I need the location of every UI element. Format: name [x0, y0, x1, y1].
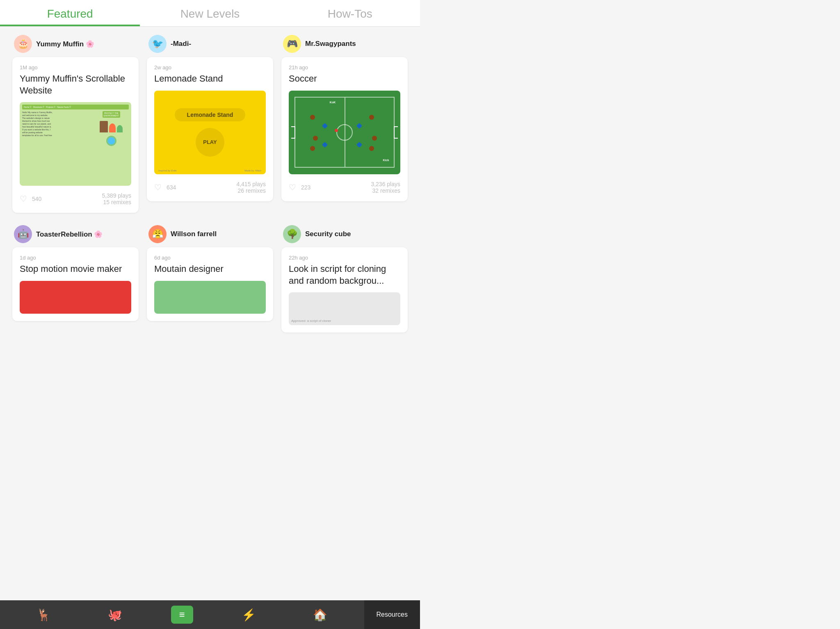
card-preview-security[interactable]: Approved: a script of cloner [289, 292, 400, 325]
card-footer-soccer: ♡ 223 3,236 plays 32 remixes [289, 181, 400, 194]
cards-row-1: 🎂 Yummy Muffin 🌸 1M ago Yummy Muffin's S… [12, 35, 408, 213]
card-title-madi: Lemonade Stand [154, 73, 266, 85]
tabs-bar: Featured New Levels How-Tos [0, 0, 420, 27]
author-name-willson: Willson farrell [171, 230, 217, 238]
cards-row-2: 🤖 ToasterRebellion 🌸 1d ago Stop motion … [12, 225, 408, 333]
plays-madi: 4,415 plays [236, 181, 266, 187]
author-security: 🌳 Security cube [281, 225, 408, 243]
author-swagypants: 🎮 Mr.Swagypants [281, 35, 408, 53]
avatar-madi: 🐦 [148, 35, 167, 53]
heart-icon-yummy[interactable]: ♡ [20, 194, 30, 204]
lemonade-footer: Inspired by Etale Made by -Madi- [154, 169, 266, 172]
plays-soccer: 3,236 plays [371, 181, 400, 187]
avatar-security: 🌳 [283, 225, 301, 243]
card-title-yummy: Yummy Muffin's Scrollable Website [20, 73, 131, 96]
card-section-willson: 😤 Willson farrell 6d ago Moutain designe… [147, 225, 273, 333]
remixes-yummy: 15 remixes [102, 199, 131, 205]
likes-soccer[interactable]: ♡ 223 [289, 182, 310, 192]
tab-featured[interactable]: Featured [0, 0, 140, 26]
card-soccer[interactable]: 21h ago Soccer [281, 57, 408, 201]
main-content: 🎂 Yummy Muffin 🌸 1M ago Yummy Muffin's S… [0, 27, 420, 374]
author-yummy: 🎂 Yummy Muffin 🌸 [12, 35, 139, 53]
card-section-soccer: 🎮 Mr.Swagypants 21h ago Soccer [281, 35, 408, 213]
card-footer-yummy: ♡ 540 5,389 plays 15 remixes [20, 192, 131, 205]
tab-new-levels[interactable]: New Levels [140, 0, 280, 26]
card-preview-madi[interactable]: Lemonade Stand PLAY Inspired by Etale Ma… [154, 91, 266, 174]
card-title-willson: Moutain designer [154, 263, 266, 275]
card-time-yummy: 1M ago [20, 64, 131, 71]
like-count-yummy: 540 [32, 196, 41, 202]
author-toaster: 🤖 ToasterRebellion 🌸 [12, 225, 139, 243]
likes-madi[interactable]: ♡ 634 [154, 182, 176, 192]
card-madi[interactable]: 2w ago Lemonade Stand Lemonade Stand PLA… [147, 57, 273, 201]
author-name-toaster: ToasterRebellion 🌸 [36, 230, 103, 239]
card-preview-toaster[interactable] [20, 281, 131, 314]
card-time-madi: 2w ago [154, 64, 266, 71]
card-security[interactable]: 22h ago Look in script for cloning and r… [281, 247, 408, 333]
avatar-yummy: 🎂 [14, 35, 32, 53]
avatar-toaster: 🤖 [14, 225, 32, 243]
like-count-madi: 634 [167, 184, 176, 191]
tab-how-tos[interactable]: How-Tos [280, 0, 420, 26]
heart-icon-soccer[interactable]: ♡ [289, 182, 299, 192]
card-section-toaster: 🤖 ToasterRebellion 🌸 1d ago Stop motion … [12, 225, 139, 333]
card-title-toaster: Stop motion movie maker [20, 263, 131, 275]
heart-icon-madi[interactable]: ♡ [154, 182, 164, 192]
plays-yummy: 5,389 plays [102, 192, 131, 199]
card-section-security: 🌳 Security cube 22h ago Look in script f… [281, 225, 408, 333]
remixes-soccer: 32 remixes [371, 187, 400, 194]
avatar-swagypants: 🎮 [283, 35, 301, 53]
play-button-lemonade[interactable]: PLAY [196, 128, 224, 157]
card-preview-willson[interactable] [154, 281, 266, 314]
author-name-swagypants: Mr.Swagypants [305, 40, 356, 48]
like-count-soccer: 223 [301, 184, 310, 191]
stats-madi: 4,415 plays 26 remixes [236, 181, 266, 194]
card-time-toaster: 1d ago [20, 255, 131, 261]
card-yummy[interactable]: 1M ago Yummy Muffin's Scrollable Website… [12, 57, 139, 213]
card-title-soccer: Soccer [289, 73, 400, 85]
author-name-security: Security cube [305, 230, 351, 238]
card-title-security: Look in script for cloning and random ba… [289, 263, 400, 287]
card-footer-madi: ♡ 634 4,415 plays 26 remixes [154, 181, 266, 194]
card-section-yummy: 🎂 Yummy Muffin 🌸 1M ago Yummy Muffin's S… [12, 35, 139, 213]
lemonade-title-bar: Lemonade Stand [175, 108, 246, 121]
author-madi: 🐦 -Madi- [147, 35, 273, 53]
card-section-madi: 🐦 -Madi- 2w ago Lemonade Stand Lemonade … [147, 35, 273, 213]
avatar-willson: 😤 [148, 225, 167, 243]
card-preview-yummy[interactable]: Home © Shoutouts © Projects © Nature Fac… [20, 102, 131, 186]
author-name-madi: -Madi- [171, 40, 191, 48]
card-toaster[interactable]: 1d ago Stop motion movie maker [12, 247, 139, 321]
card-time-willson: 6d ago [154, 255, 266, 261]
likes-yummy[interactable]: ♡ 540 [20, 194, 41, 204]
card-preview-soccer[interactable]: KoK Kick [289, 91, 400, 174]
stats-yummy: 5,389 plays 15 remixes [102, 192, 131, 205]
card-time-soccer: 21h ago [289, 64, 400, 71]
card-time-security: 22h ago [289, 255, 400, 261]
author-willson: 😤 Willson farrell [147, 225, 273, 243]
stats-soccer: 3,236 plays 32 remixes [371, 181, 400, 194]
remixes-madi: 26 remixes [236, 187, 266, 194]
author-name-yummy: Yummy Muffin 🌸 [36, 40, 94, 48]
card-willson[interactable]: 6d ago Moutain designer [147, 247, 273, 321]
